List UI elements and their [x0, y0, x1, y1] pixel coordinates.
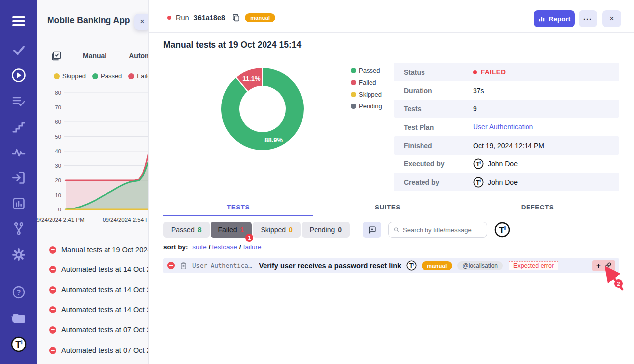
check-icon[interactable]	[0, 43, 37, 57]
annotation-arrow	[605, 266, 626, 292]
legend-passed: Passed	[92, 72, 122, 80]
close-icon: ×	[140, 17, 144, 26]
failed-status-icon	[49, 266, 56, 273]
failed-dot	[473, 70, 477, 74]
run-list-item[interactable]: Automated tests at 14 Oct 2024	[37, 280, 149, 300]
legend-dot	[92, 73, 98, 79]
sort-by-testcase[interactable]: testcase	[212, 243, 237, 251]
annotation-step-badge: 2	[614, 279, 623, 288]
steps-icon[interactable]	[0, 120, 37, 135]
run-list-item[interactable]: Manual tests at 19 Oct 2024 15:14	[37, 240, 149, 260]
folder-icon[interactable]	[0, 311, 37, 325]
filter-passed[interactable]: Passed8	[163, 222, 210, 238]
sort-by-suite[interactable]: suite	[192, 243, 207, 251]
test-title[interactable]: Verify user receives a password reset li…	[259, 262, 401, 270]
failed-status-icon	[49, 347, 56, 354]
panel-close-button[interactable]: ×	[134, 14, 149, 30]
log-in-icon[interactable]	[0, 170, 37, 185]
svg-text:T: T	[15, 339, 21, 350]
status-value: FAILED	[481, 68, 506, 76]
tab-automated[interactable]: Automated	[129, 52, 149, 60]
more-actions-button[interactable]: ···	[579, 10, 597, 27]
message-plus-icon	[368, 226, 376, 234]
svg-text:T: T	[476, 179, 480, 186]
run-type-badge: manual	[245, 13, 275, 22]
app-logo[interactable]: T	[0, 336, 37, 353]
tab-tests[interactable]: TESTS	[163, 200, 313, 216]
test-result-row[interactable]: User Authentica… Verify user receives a …	[163, 258, 619, 273]
activity-icon[interactable]	[0, 145, 37, 160]
legend-skipped: Skipped	[351, 91, 382, 98]
menu-icon[interactable]	[0, 14, 37, 29]
sort-by-failure[interactable]: failure	[243, 243, 262, 251]
svg-text:88.9%: 88.9%	[264, 136, 283, 144]
sort-label: sort by:	[163, 243, 188, 251]
search-input[interactable]	[403, 226, 482, 234]
select-runs-icon[interactable]	[51, 51, 62, 61]
tab-suites[interactable]: SUITES	[313, 200, 463, 216]
error-label[interactable]: Expected error	[509, 261, 558, 270]
run-title: Manual tests at 19 Oct 2024 15:14	[163, 40, 301, 50]
detail-row-duration: Duration37s	[394, 81, 619, 100]
failed-status-icon	[49, 286, 56, 294]
svg-text:?: ?	[16, 288, 21, 296]
filter-failed[interactable]: Failed11	[211, 222, 252, 238]
help-icon[interactable]: ?	[0, 285, 37, 300]
test-type-badge: manual	[422, 261, 452, 270]
filter-skipped[interactable]: Skipped0	[253, 222, 300, 238]
branch-icon[interactable]	[0, 221, 37, 236]
suite-name[interactable]: User Authentica…	[192, 262, 252, 269]
svg-text:T: T	[409, 262, 413, 269]
svg-text:50: 50	[55, 134, 61, 140]
run-status-dot	[167, 16, 171, 20]
svg-text:30: 30	[55, 163, 61, 169]
close-run-button[interactable]: ×	[602, 10, 621, 27]
result-tab-bar: TESTS SUITES DEFECTS	[163, 200, 612, 216]
x-axis-label: 09/24/2024 2:54 PM	[103, 217, 149, 223]
ellipsis-icon: ···	[583, 15, 592, 23]
failed-status-icon	[49, 326, 56, 334]
copy-icon[interactable]	[232, 13, 240, 22]
project-panel: Mobile Banking App × Manual Automated Sk…	[37, 0, 149, 364]
run-id: 361a18e8	[194, 14, 226, 22]
play-circle-icon[interactable]	[0, 68, 37, 83]
result-donut-chart: 88.9%11.1%	[213, 59, 312, 158]
executor-avatar: T	[406, 260, 417, 271]
close-icon: ×	[609, 14, 614, 23]
svg-text:0: 0	[58, 207, 61, 212]
svg-text:40: 40	[55, 148, 61, 154]
bar-chart-icon[interactable]	[0, 196, 37, 211]
test-plan-link[interactable]: User Authentication	[473, 123, 533, 131]
trend-chart-legend: Skipped Passed Failed	[54, 72, 149, 80]
gear-icon[interactable]	[0, 247, 37, 262]
filter-pending[interactable]: Pending0	[302, 222, 350, 238]
add-icon[interactable]: +	[596, 262, 601, 269]
detail-row-executed-by: Executed by T John Doe	[394, 155, 619, 173]
list-check-icon[interactable]	[0, 94, 37, 109]
failed-status-icon	[49, 306, 56, 313]
run-list-item[interactable]: Automated tests at 07 Oct 2024	[37, 320, 149, 340]
svg-text:T: T	[476, 160, 480, 167]
legend-passed: Passed	[351, 67, 382, 74]
svg-text:60: 60	[55, 119, 61, 125]
tab-defects[interactable]: DEFECTS	[463, 200, 612, 216]
tag-pill[interactable]: @localisation	[457, 261, 503, 270]
report-button[interactable]: Report	[534, 10, 575, 27]
assignee-avatar[interactable]: T	[494, 222, 510, 238]
legend-failed: Failed	[128, 72, 149, 80]
svg-text:80: 80	[55, 90, 61, 96]
clipboard-icon	[180, 262, 187, 270]
add-comment-button[interactable]	[363, 222, 381, 238]
run-list-item[interactable]: Automated tests at 07 Oct 2024	[37, 340, 149, 360]
user-avatar: T	[473, 158, 484, 169]
run-list-item[interactable]: Automated tests at 14 Oct 2024	[37, 300, 149, 319]
x-axis-label: 09/24/2024 2:41 PM	[37, 217, 85, 223]
legend-failed: Failed	[351, 79, 382, 86]
user-avatar: T	[473, 177, 484, 188]
svg-text:10: 10	[55, 192, 61, 198]
failed-count-badge: 1	[245, 234, 253, 242]
legend-pending: Pending	[351, 103, 382, 110]
search-field	[388, 222, 487, 238]
tab-manual[interactable]: Manual	[83, 52, 106, 60]
run-list-item[interactable]: Automated tests at 14 Oct 2024	[37, 260, 149, 279]
